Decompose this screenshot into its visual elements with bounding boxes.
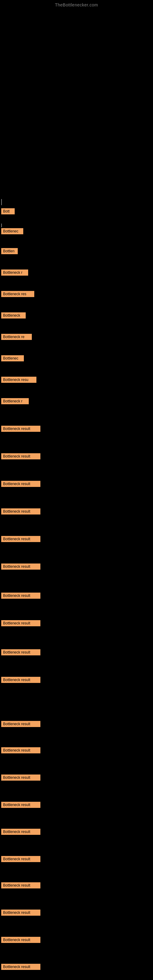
bottleneck-item-14: Bottleneck result: [1, 508, 40, 516]
bottleneck-item-28: Bottleneck result: [1, 910, 40, 917]
bottleneck-label-5: Bottleneck res: [1, 291, 34, 297]
bottleneck-label-7: Bottleneck re: [1, 334, 32, 340]
bottleneck-label-21: Bottleneck result: [1, 721, 40, 727]
bottleneck-item-1: Bott: [1, 208, 15, 216]
bottleneck-item-19: Bottleneck result: [1, 649, 40, 657]
bottleneck-label-1: Bott: [1, 208, 15, 215]
cursor-line-1: [1, 199, 2, 205]
bottleneck-item-30: Bottleneck result: [1, 964, 40, 971]
bottleneck-label-8: Bottlenec: [1, 355, 24, 361]
bottleneck-label-3: Bottlen: [1, 248, 18, 254]
bottleneck-item-17: Bottleneck result: [1, 593, 40, 600]
bottleneck-label-28: Bottleneck result: [1, 910, 40, 916]
bottleneck-label-12: Bottleneck result: [1, 453, 40, 460]
bottleneck-item-13: Bottleneck result: [1, 481, 40, 488]
bottleneck-item-15: Bottleneck result: [1, 536, 40, 543]
bottleneck-item-23: Bottleneck result: [1, 775, 40, 782]
bottleneck-item-11: Bottleneck result: [1, 426, 40, 433]
bottleneck-item-8: Bottlenec: [1, 355, 24, 363]
bottleneck-label-18: Bottleneck result: [1, 620, 40, 626]
bottleneck-item-2: Bottlenec: [1, 228, 23, 235]
bottleneck-item-24: Bottleneck result: [1, 802, 40, 809]
bottleneck-label-6: Bottleneck: [1, 312, 26, 318]
bottleneck-item-12: Bottleneck result: [1, 453, 40, 461]
bottleneck-item-4: Bottleneck r: [1, 269, 28, 277]
bottleneck-label-25: Bottleneck result: [1, 829, 40, 835]
bottleneck-label-29: Bottleneck result: [1, 937, 40, 943]
bottleneck-label-30: Bottleneck result: [1, 964, 40, 970]
bottleneck-item-27: Bottleneck result: [1, 882, 40, 890]
bottleneck-label-20: Bottleneck result: [1, 677, 40, 683]
bottleneck-label-23: Bottleneck result: [1, 775, 40, 781]
bottleneck-item-3: Bottlen: [1, 248, 18, 255]
bottleneck-label-26: Bottleneck result: [1, 856, 40, 862]
bottleneck-label-9: Bottleneck resu: [1, 377, 37, 383]
bottleneck-item-18: Bottleneck result: [1, 620, 40, 627]
bottleneck-item-9: Bottleneck resu: [1, 377, 37, 384]
bottleneck-item-5: Bottleneck res: [1, 291, 34, 298]
bottleneck-item-26: Bottleneck result: [1, 856, 40, 863]
bottleneck-item-29: Bottleneck result: [1, 937, 40, 944]
bottleneck-label-22: Bottleneck result: [1, 747, 40, 753]
bottleneck-item-7: Bottleneck re: [1, 334, 32, 341]
cursor-line-2: [1, 224, 2, 227]
bottleneck-item-22: Bottleneck result: [1, 747, 40, 755]
bottleneck-item-6: Bottleneck: [1, 312, 26, 320]
bottleneck-label-27: Bottleneck result: [1, 882, 40, 888]
bottleneck-item-10: Bottleneck r: [1, 398, 29, 406]
bottleneck-label-2: Bottlenec: [1, 228, 23, 234]
bottleneck-label-16: Bottleneck result: [1, 563, 40, 570]
site-title: TheBottlenecker.com: [0, 0, 153, 7]
bottleneck-label-24: Bottleneck result: [1, 802, 40, 808]
bottleneck-label-11: Bottleneck result: [1, 426, 40, 432]
bottleneck-label-13: Bottleneck result: [1, 481, 40, 487]
bottleneck-item-25: Bottleneck result: [1, 829, 40, 836]
bottleneck-label-14: Bottleneck result: [1, 508, 40, 514]
bottleneck-label-15: Bottleneck result: [1, 536, 40, 542]
bottleneck-label-19: Bottleneck result: [1, 649, 40, 655]
bottleneck-label-4: Bottleneck r: [1, 269, 28, 275]
bottleneck-label-17: Bottleneck result: [1, 593, 40, 599]
bottleneck-item-16: Bottleneck result: [1, 563, 40, 571]
bottleneck-label-10: Bottleneck r: [1, 398, 29, 404]
bottleneck-item-20: Bottleneck result: [1, 677, 40, 684]
bottleneck-item-21: Bottleneck result: [1, 721, 40, 728]
